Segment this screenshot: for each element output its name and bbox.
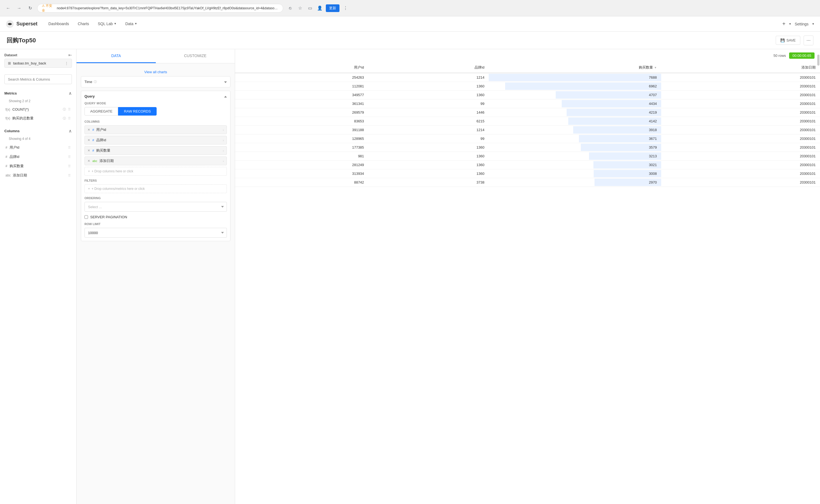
nav-plus-btn[interactable]: + <box>782 21 786 27</box>
drop-columns-text: + Drop columns here or click <box>92 169 133 173</box>
columns-collapse-icon[interactable]: ∧ <box>69 128 72 134</box>
browser-profile-btn[interactable]: 👤 <box>316 4 323 12</box>
browser-share-btn[interactable]: ⎋ <box>286 4 294 12</box>
browser-window-btn[interactable]: ▭ <box>306 4 314 12</box>
chart-th-brandid[interactable]: 品牌id <box>368 62 489 73</box>
superset-logo-icon <box>5 20 14 28</box>
chart-th-date[interactable]: 添加日期 <box>661 62 820 73</box>
chart-cell-userid: 281249 <box>235 161 368 169</box>
app-nav: Superset Dashboards Charts SQL Lab ▼ Dat… <box>0 16 820 32</box>
metric-total-drag[interactable]: ⠿ <box>68 116 71 120</box>
metrics-section-header[interactable]: Metrics ∧ <box>4 90 72 98</box>
right-panel: 50 rows 00:00:00.65 用户id 品牌id <box>235 49 820 504</box>
raw-records-mode-btn[interactable]: RAW RECORDS <box>118 107 156 116</box>
metric-count-type: f(x) <box>5 108 10 111</box>
chart-cell-buynum: 3213 <box>489 152 661 161</box>
chart-table-row: 254263 1214 7688 20300101 <box>235 73 820 82</box>
filters-label: FILTERS <box>84 179 227 182</box>
sidebar-collapse-icon[interactable]: ⇤ <box>68 52 72 58</box>
column-pill-type-date: abc <box>92 159 97 163</box>
browser-forward-btn[interactable]: → <box>15 4 23 12</box>
metric-count-label: COUNT(*) <box>12 107 61 111</box>
col-buynum-drag[interactable]: ⠿ <box>68 164 71 168</box>
chart-rows-badge: 50 rows <box>774 54 786 58</box>
dataset-menu-icon[interactable]: ⋮ <box>65 61 68 65</box>
col-userid-drag[interactable]: ⠿ <box>68 146 71 150</box>
metrics-section: Metrics ∧ Showing 2 of 2 f(x) COUNT(*) ⓘ… <box>0 87 76 125</box>
row-limit-select[interactable]: 10000 <box>84 228 227 238</box>
query-mode-selector: AGGREGATE RAW RECORDS <box>84 107 227 116</box>
browser-address-bar[interactable]: ⚠ 不安全 node4:8787/superset/explore/?form_… <box>37 4 283 13</box>
chart-cell-buynum: 2970 <box>489 178 661 187</box>
chart-cell-date: 20300101 <box>661 161 820 169</box>
time-section[interactable]: Time ⓘ <box>81 76 230 87</box>
chart-table-row: 269579 1446 4219 20300101 <box>235 108 820 117</box>
chart-th-userid-label: 用户id <box>354 65 364 69</box>
chart-cell-userid: 128965 <box>235 134 368 143</box>
column-pill-x-buynum[interactable]: ✕ <box>87 149 90 152</box>
chart-cell-date: 20300101 <box>661 143 820 152</box>
chart-table-container[interactable]: 用户id 品牌id 购买数量 ▼ 添加日期 <box>235 49 820 504</box>
column-pill-x-brandid[interactable]: ✕ <box>87 138 90 142</box>
view-charts-link[interactable]: View all charts <box>81 68 230 76</box>
columns-section-header[interactable]: Columns ∧ <box>4 127 72 136</box>
search-input[interactable] <box>4 74 72 84</box>
browser-star-btn[interactable]: ☆ <box>296 4 304 12</box>
tab-customize[interactable]: CUSTOMIZE <box>156 49 235 63</box>
more-options-button[interactable]: ··· <box>804 36 813 45</box>
browser-update-btn[interactable]: 更新 <box>326 4 339 12</box>
center-tabs: DATA CUSTOMIZE <box>77 49 235 63</box>
drop-columns-area[interactable]: + + Drop columns here or click <box>84 167 227 176</box>
col-date-type: abc <box>5 173 11 177</box>
chart-scrollbar[interactable] <box>817 49 820 504</box>
chart-cell-buynum: 4434 <box>489 99 661 108</box>
tab-data[interactable]: DATA <box>77 49 156 63</box>
center-panel: DATA CUSTOMIZE View all charts Time ⓘ Qu… <box>77 49 235 504</box>
server-pagination-checkbox[interactable] <box>84 215 88 219</box>
query-section-header[interactable]: Query <box>84 94 227 98</box>
column-pill-name-buynum: 购买数量 <box>96 148 220 153</box>
nav-settings-btn[interactable]: Settings <box>795 22 809 26</box>
browser-refresh-btn[interactable]: ↻ <box>26 4 34 12</box>
column-item-userid: # 用户id ⠿ <box>4 143 72 152</box>
dataset-box[interactable]: ⊞ taobao.tm_buy_back ⋮ <box>4 59 72 68</box>
column-pill-chevron-brandid[interactable]: › <box>223 138 224 142</box>
drop-columns-plus: + <box>88 169 90 173</box>
chart-th-buynum[interactable]: 购买数量 ▼ <box>489 62 661 73</box>
column-pill-chevron-buynum[interactable]: › <box>223 149 224 153</box>
column-pill-x-userid[interactable]: ✕ <box>87 128 90 132</box>
chart-table-row: 128965 99 3671 20300101 <box>235 134 820 143</box>
column-pill-buynum: ✕ # 购买数量 › <box>84 146 227 155</box>
save-button[interactable]: 💾 SAVE <box>776 36 800 45</box>
col-brandid-drag[interactable]: ⠿ <box>68 155 71 159</box>
server-pagination-label: SERVER PAGINATION <box>90 215 127 219</box>
column-pill-chevron-date[interactable]: › <box>223 159 224 163</box>
metric-count-drag[interactable]: ⠿ <box>68 107 71 111</box>
nav-item-sqllab[interactable]: SQL Lab ▼ <box>93 16 121 32</box>
chart-th-date-label: 添加日期 <box>801 65 816 69</box>
nav-item-charts[interactable]: Charts <box>73 16 93 32</box>
browser-more-btn[interactable]: ⋮ <box>342 4 349 12</box>
column-pill-x-date[interactable]: ✕ <box>87 159 90 163</box>
aggregate-mode-btn[interactable]: AGGREGATE <box>84 107 118 116</box>
nav-item-dashboards[interactable]: Dashboards <box>44 16 73 32</box>
nav-plus-arrow: ▼ <box>789 22 792 25</box>
chart-time-badge: 00:00:00.65 <box>789 52 815 59</box>
column-pill-type-brandid: # <box>92 138 94 142</box>
time-chevron-down <box>224 80 227 84</box>
nav-data-label: Data <box>125 22 133 26</box>
drop-filters-plus: + <box>88 187 90 191</box>
ordering-select[interactable]: Select ... <box>84 202 227 212</box>
col-date-drag[interactable]: ⠿ <box>68 173 71 178</box>
metrics-collapse-icon[interactable]: ∧ <box>69 91 72 96</box>
left-sidebar: Dataset ⇤ ⊞ taobao.tm_buy_back ⋮ Metrics… <box>0 49 77 504</box>
browser-back-btn[interactable]: ← <box>4 4 12 12</box>
column-pill-chevron-userid[interactable]: › <box>223 128 224 132</box>
nav-item-data[interactable]: Data ▼ <box>121 16 141 32</box>
sidebar-search[interactable] <box>4 74 72 84</box>
browser-bar: ← → ↻ ⚠ 不安全 node4:8787/superset/explore/… <box>0 0 820 16</box>
drop-filters-area[interactable]: + + Drop columns/metrics here or click <box>84 184 227 193</box>
chart-cell-userid: 981 <box>235 152 368 161</box>
browser-url: node4:8787/superset/explore/?form_data_k… <box>57 6 278 10</box>
chart-th-userid[interactable]: 用户id <box>235 62 368 73</box>
